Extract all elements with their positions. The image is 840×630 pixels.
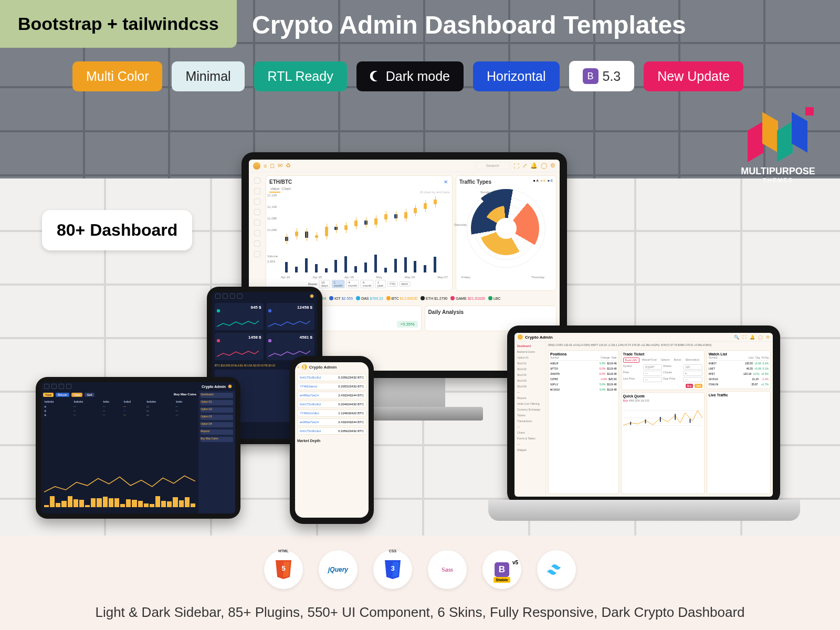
icon[interactable] [237,293,243,299]
table-row[interactable]: KOBIT135.50+0.260.2% [709,361,769,366]
bell-icon[interactable]: 🔔 [530,162,538,169]
side-icon[interactable] [254,230,260,236]
sidebar-item[interactable]: — [517,442,543,446]
pill[interactable]: Oper [71,393,82,397]
trade-tab[interactable]: Book LMV [623,358,639,363]
list-item[interactable]: 0x6175c0b1Ed0.204924432 BTC [297,401,366,408]
table-row[interactable]: SEJD1921.20-1.1% [709,376,769,382]
sidebar-item[interactable]: Option 02 [201,407,233,413]
table-row[interactable]: SDFLV5.0%$119.48 [550,382,617,387]
table-row[interactable]: RPET120.18+0.51+0.3% [709,371,769,376]
zoom-btn[interactable]: 10 days [319,280,330,288]
side-icon[interactable] [254,240,260,247]
sidebar-item[interactable]: Skull 01 [517,361,543,365]
close-icon[interactable]: ✕ [444,179,448,185]
search-icon[interactable]: 🔍 [734,335,739,340]
sidebar-item[interactable]: Option 01 [201,400,233,405]
sidebar-item[interactable]: Skull 02 [517,367,543,371]
sidebar-item[interactable]: — [517,390,543,394]
user-icon[interactable]: ◯ [541,162,547,169]
trade-tab[interactable]: Mutual Fund [640,358,658,363]
side-icon[interactable] [254,198,260,205]
expand-icon[interactable]: ⤢ [522,162,527,169]
list-item[interactable]: 774562abcd0.205315432 BTC [297,383,366,390]
side-icon[interactable] [254,177,260,184]
sidebar-item[interactable]: Reports [517,396,543,400]
sidebar-item[interactable]: Skull 05 [517,379,543,383]
sidebar-item[interactable]: Forms & Tables [517,436,543,440]
table-row[interactable]: ZHVHTR-5.0%$119.48 [550,371,617,376]
sidebar-item[interactable]: Option 03 [201,415,233,420]
list-item[interactable]: eHf86a7ba142.432343244 BTC [297,418,366,426]
sidebar-item[interactable]: Tickers [517,413,543,417]
list-item[interactable]: eHf86a7ba142.432343244 BTC [297,392,366,399]
zoom-btn[interactable]: 6 month [361,280,374,288]
trade-tab[interactable]: Electrolatos [684,358,701,363]
fullscreen-icon[interactable]: ⛶ [513,163,519,169]
sidebar-item[interactable]: Transactions [517,419,543,423]
pill[interactable]: Sell [85,393,94,397]
chat-icon[interactable]: ◻ [270,162,275,169]
expand-icon[interactable]: ⛶ [742,335,747,340]
sidebar-item[interactable]: Reports [201,429,233,435]
sidebar-item[interactable]: Charts [517,430,543,435]
price-input[interactable]: — [643,371,662,376]
table-row[interactable]: LRET49.35+0.060.1% [709,366,769,371]
icon[interactable] [230,293,235,299]
gear-icon[interactable]: ⚙ [550,162,555,169]
lastprice-input[interactable]: — [643,377,662,382]
icon[interactable] [44,384,49,389]
trade-tab[interactable]: Bonos [673,358,683,363]
gear-icon[interactable]: ⚙ [766,335,770,340]
trash-icon[interactable]: ♻ [286,162,291,169]
zoom-btn[interactable]: 1 year [375,280,386,288]
zoom-btn[interactable]: 1 month [332,280,345,288]
bell-icon[interactable]: 🔔 [750,335,755,340]
mail-icon[interactable]: ✉ [278,162,282,169]
chosen-input[interactable]: ▾ [683,371,702,376]
side-icon[interactable] [254,251,260,257]
sidebar-item[interactable]: Option 01 [517,355,543,360]
sidebar-item[interactable]: Initial Coin Offering [517,402,543,406]
sidebar-item[interactable]: Skull 06 [517,384,543,388]
zoom-btn[interactable]: YTD [387,281,397,287]
list-item[interactable]: 77456212dbo1.124632422 BTC [297,410,366,417]
menu-icon[interactable]: ≡ [297,365,300,370]
sidebar-item[interactable]: Backend Users [517,350,543,354]
table-row[interactable]: AQELM5.0%$119.48 [550,361,617,366]
pill[interactable]: Your [43,393,54,397]
search-input[interactable]: Search [475,162,510,170]
sidebar-item[interactable]: Dashboard [201,393,233,398]
symbol-input[interactable]: XQGRT [643,364,662,370]
zoom-btn[interactable]: 4 month [346,280,359,288]
tab-chart[interactable]: Chart [281,187,290,191]
table-row[interactable]: QFTIO-5.0%$119.48 [550,366,617,371]
shares-input[interactable]: 123 [683,364,702,370]
side-icon[interactable] [254,209,260,215]
icon[interactable] [223,293,228,299]
list-item[interactable]: 0x6175c0b1Ed0.205623432 BTC [297,427,366,435]
icon[interactable] [215,293,220,299]
icon[interactable] [59,384,64,389]
table-row[interactable]: IZPMZ-2.0%$25.50 [550,376,617,382]
table-row[interactable]: WCSH185.0%$119.48 [550,387,617,392]
pill[interactable]: Bitcoin [56,393,69,397]
icon[interactable] [66,384,71,389]
user-icon[interactable]: ◯ [758,335,763,340]
side-icon[interactable] [254,188,260,194]
buy-button[interactable]: Buy [686,384,694,388]
tab-value[interactable]: Value [269,186,280,193]
sidebar-item[interactable]: Option 04 [201,422,233,427]
sidebar-item[interactable]: Currency Exchange [517,407,543,412]
trade-tab[interactable]: Options [659,358,671,363]
list-item[interactable]: 0x6175c0b1Ed0.205623432 BTC [297,374,366,381]
zoom-btn[interactable]: MAX [399,281,410,287]
side-icon[interactable] [254,219,260,226]
sidebar-item[interactable]: — [517,425,543,429]
sidebar-item[interactable]: Widgets [517,448,543,452]
table-row[interactable]: PIHGJN35.87+1.7% [709,382,769,387]
sidebar-item[interactable]: Buy Max Coins [201,437,233,442]
stopprice-input[interactable]: — [683,377,702,382]
sell-button[interactable]: Sell [695,384,702,388]
icon[interactable] [51,384,57,389]
